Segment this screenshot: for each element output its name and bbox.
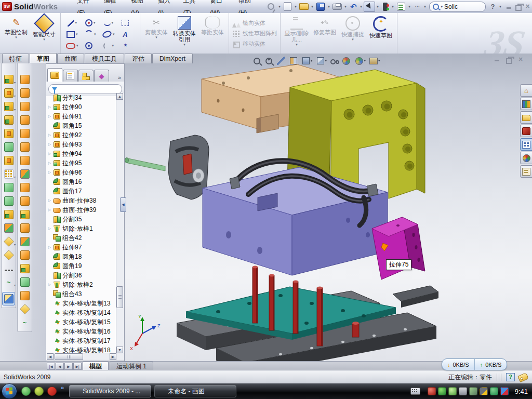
dropdown-arrow-icon[interactable] [43,37,45,42]
feature-tree-item[interactable]: 实体-移动/复制16 [47,327,116,336]
feature-tree-item[interactable]: 圆角19 [47,261,116,271]
media-quicklaunch-icon[interactable] [34,387,44,396]
dropdown-arrow-icon[interactable] [76,32,79,36]
expand-arrow-icon[interactable] [47,161,52,165]
scroll-up-button[interactable] [116,93,123,100]
mirror-entities-button[interactable]: 镜向实体 [232,19,265,28]
feature-tree-item[interactable]: 拉伸95 [47,158,116,168]
expand-arrow-icon[interactable] [47,105,52,109]
smart-dimension-button[interactable]: 智能尺寸 [30,15,58,42]
dropdown-arrow-icon[interactable] [112,21,115,25]
status-help-icon[interactable] [506,373,515,381]
dropdown-arrow-icon[interactable] [75,21,79,25]
extend-surface-icon[interactable] [18,235,31,248]
swept-boss-icon[interactable] [2,113,15,127]
doc-minimize-button[interactable] [492,56,501,63]
planar-surface-icon[interactable] [18,154,31,167]
dimxpertmanager-tab[interactable] [94,70,109,82]
tree-vertical-scrollbar[interactable] [116,93,124,353]
tag-icon[interactable] [517,372,529,382]
dropdown-arrow-icon[interactable] [343,2,348,11]
lofted-surface-icon[interactable] [18,113,31,127]
extruded-boss-icon[interactable] [2,73,15,86]
solidworks-quicklaunch-icon[interactable] [47,387,57,396]
display-delete-relations-button[interactable]: 显示/删除几... [283,15,311,47]
design-library-tab[interactable] [520,98,532,110]
expand-arrow-icon[interactable] [47,142,52,147]
tab-mold-tools[interactable]: 模具工具 [85,54,124,63]
polygon-tool[interactable] [82,40,100,51]
dropdown-arrow-icon[interactable] [375,2,380,11]
expand-arrow-icon[interactable] [47,114,52,118]
zoom-to-fit-button[interactable] [252,57,262,65]
feature-tree-item[interactable]: 拉伸92 [47,130,116,140]
convert-entities-button[interactable]: 转换实体引用 [170,15,198,47]
untrim-surface-icon[interactable] [18,221,31,235]
point-tool[interactable] [118,40,137,51]
split-icon[interactable] [2,181,15,194]
knit-surface-icon[interactable] [18,167,31,181]
search-input[interactable]: Solic [429,2,485,12]
expand-arrow-icon[interactable] [47,152,52,156]
warning-network-tray-icon[interactable] [480,387,488,395]
dome-icon[interactable] [18,275,31,289]
arc-tool[interactable] [82,29,100,40]
slot-tool[interactable] [64,40,82,51]
shell-icon[interactable] [2,127,15,140]
move-entities-button[interactable]: 移动实体 [232,39,265,48]
feature-tree-item[interactable]: 拉伸96 [47,168,116,177]
dropdown-arrow-icon[interactable] [94,21,97,25]
feature-tree-item[interactable]: 实体-移动/复制15 [47,317,116,327]
apply-scene-button[interactable] [354,57,367,65]
toolbox-tab[interactable] [520,125,532,137]
feature-tree-item[interactable]: 切除-放样1 [47,224,116,233]
tab-dimxpert[interactable]: DimXpert [152,54,193,63]
doc-restore-button[interactable] [504,56,513,63]
delete-face-icon[interactable] [18,194,31,208]
sketch-text-tool[interactable] [118,29,137,40]
magnified-selection-button[interactable] [276,57,287,65]
feature-tree-item[interactable]: 实体-移动/复制14 [47,308,116,317]
expand-arrow-icon[interactable] [47,227,52,231]
reference-plane-icon[interactable] [18,302,31,316]
tab-evaluate[interactable]: 评估 [125,54,152,63]
selection-box-tool[interactable] [118,17,137,29]
freeform-icon[interactable] [18,289,31,302]
feature-tree-item[interactable]: 实体-移动/复制18 [47,345,116,353]
feature-tree-item[interactable]: 拉伸90 [47,102,116,112]
minimize-button[interactable] [504,3,513,11]
previous-tab-button[interactable] [56,363,64,370]
last-tab-button[interactable] [73,363,82,370]
tree-horizontal-scrollbar[interactable] [47,353,124,360]
scrollbar-thumb[interactable] [116,286,123,308]
feature-tree-item[interactable]: 分割35 [47,215,116,224]
pin-icon[interactable] [265,2,282,11]
options-checklist-icon[interactable] [395,2,411,12]
dropdown-arrow-icon[interactable] [422,2,427,11]
dropdown-arrow-icon[interactable] [293,2,298,11]
feature-tree-item[interactable]: 圆角16 [47,177,116,187]
scroll-right-button[interactable] [110,353,116,360]
configurationmanager-tab[interactable] [78,70,94,82]
reference-geometry-icon[interactable] [2,235,15,248]
rapid-sketch-button[interactable]: 快速草图 [367,15,395,43]
dropdown-arrow-icon[interactable] [358,2,363,11]
motion-study-tab[interactable]: 运动算例 1 [110,362,153,370]
next-tab-button[interactable] [64,363,73,370]
fillet-icon[interactable] [2,100,15,113]
sketch-fillet-tool[interactable] [100,40,118,51]
feature-tree-item[interactable]: 拉伸91 [47,112,116,121]
resources-tab[interactable] [520,84,532,97]
graphics-viewport[interactable]: Y Z X 拉伸75 [125,54,532,361]
volume-tray-icon[interactable] [459,387,467,395]
messenger-quicklaunch-icon[interactable] [21,387,31,396]
revolved-surface-icon[interactable] [18,86,31,100]
dropdown-arrow-icon[interactable] [352,37,354,42]
feature-tree-item[interactable]: 曲面-拉伸39 [47,205,116,215]
repair-sketch-button[interactable]: 修复草图 [311,15,339,39]
dropdown-arrow-icon[interactable] [277,2,282,11]
section-view-button[interactable] [288,57,299,65]
custom-properties-tab[interactable] [520,165,532,178]
dropdown-arrow-icon[interactable] [296,43,298,47]
open-folder-icon[interactable] [298,1,314,12]
